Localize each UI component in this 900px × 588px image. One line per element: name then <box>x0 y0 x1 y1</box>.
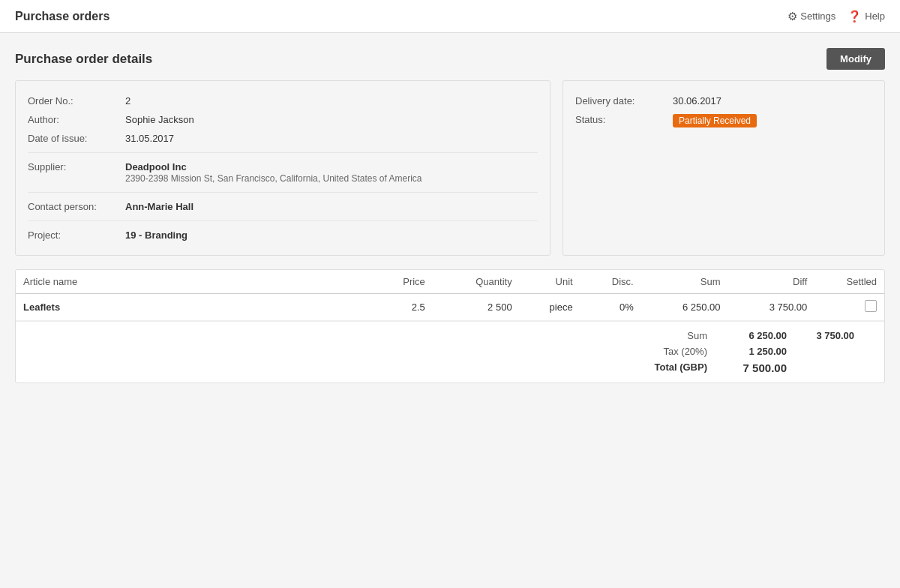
total-row: Total (GBP) 7 500.00 <box>16 359 884 376</box>
po-details-header: Purchase order details Modify <box>15 48 885 70</box>
author-row: Author: Sophie Jackson <box>28 110 538 129</box>
date-value: 31.05.2017 <box>125 133 174 144</box>
settings-button[interactable]: ⚙ Settings <box>788 10 836 23</box>
total-label: Total (GBP) <box>614 362 719 374</box>
article-unit: piece <box>520 294 580 321</box>
order-info-card: Order No.: 2 Author: Sophie Jackson Date… <box>15 80 550 256</box>
total-value: 7 500.00 <box>719 362 787 374</box>
top-header: Purchase orders ⚙ Settings ❓ Help <box>0 0 900 33</box>
date-label: Date of issue: <box>28 133 125 144</box>
col-disc: Disc. <box>580 270 641 294</box>
contact-value: Ann-Marie Hall <box>125 201 194 212</box>
settings-label: Settings <box>800 10 836 22</box>
main-content: Purchase order details Modify Order No.:… <box>0 33 900 588</box>
supplier-address: 2390-2398 Mission St, San Francisco, Cal… <box>125 173 422 184</box>
sum-diff: 3 750.00 <box>787 330 854 341</box>
col-diff: Diff <box>728 270 815 294</box>
date-row: Date of issue: 31.05.2017 <box>28 129 538 148</box>
sum-row: Sum 6 250.00 3 750.00 <box>16 328 884 344</box>
author-value: Sophie Jackson <box>125 114 194 125</box>
supplier-row: Supplier: Deadpool Inc 2390-2398 Mission… <box>28 158 538 188</box>
tax-spacer <box>854 346 877 357</box>
supplier-value: Deadpool Inc 2390-2398 Mission St, San F… <box>125 161 422 184</box>
header-actions: ⚙ Settings ❓ Help <box>788 10 885 23</box>
sum-value: 6 250.00 <box>719 330 787 341</box>
article-row: Leaflets 2.5 2 500 piece 0% 6 250.00 3 7… <box>16 294 884 321</box>
contact-label: Contact person: <box>28 201 125 212</box>
supplier-name: Deadpool Inc <box>125 161 422 172</box>
tax-value: 1 250.00 <box>719 346 787 357</box>
article-quantity: 2 500 <box>433 294 520 321</box>
settled-checkbox[interactable] <box>865 300 877 312</box>
articles-table: Article name Price Quantity Unit Disc. S… <box>16 270 884 321</box>
help-label: Help <box>865 10 885 22</box>
article-sum: 6 250.00 <box>641 294 728 321</box>
order-no-row: Order No.: 2 <box>28 92 538 110</box>
author-label: Author: <box>28 114 125 125</box>
status-row: Status: Partially Received <box>575 110 872 131</box>
po-section-title: Purchase order details <box>15 52 152 67</box>
delivery-info-card: Delivery date: 30.06.2017 Status: Partia… <box>562 80 885 256</box>
status-badge: Partially Received <box>673 114 757 128</box>
tax-label: Tax (20%) <box>614 346 719 357</box>
col-sum: Sum <box>641 270 728 294</box>
page-title: Purchase orders <box>15 10 110 23</box>
delivery-date-value: 30.06.2017 <box>673 95 722 106</box>
article-name: Leaflets <box>16 294 363 321</box>
sum-label: Sum <box>614 330 719 341</box>
articles-section: Article name Price Quantity Unit Disc. S… <box>15 269 885 383</box>
delivery-date-label: Delivery date: <box>575 95 673 106</box>
project-label: Project: <box>28 230 125 241</box>
modify-main-button[interactable]: Modify <box>826 48 885 70</box>
col-name: Article name <box>16 270 363 294</box>
article-diff: 3 750.00 <box>728 294 815 321</box>
help-icon: ❓ <box>848 10 862 23</box>
col-quantity: Quantity <box>433 270 520 294</box>
sum-spacer <box>854 330 877 341</box>
supplier-label: Supplier: <box>28 161 125 172</box>
col-settled: Settled <box>814 270 884 294</box>
order-no-value: 2 <box>125 95 130 106</box>
gear-icon: ⚙ <box>788 10 797 23</box>
details-grid: Order No.: 2 Author: Sophie Jackson Date… <box>15 80 885 256</box>
project-row: Project: 19 - Branding <box>28 226 538 244</box>
tax-diff <box>787 346 854 357</box>
article-price: 2.5 <box>363 294 433 321</box>
contact-row: Contact person: Ann-Marie Hall <box>28 197 538 216</box>
col-price: Price <box>363 270 433 294</box>
project-value: 19 - Branding <box>125 230 188 241</box>
total-diff <box>787 362 854 374</box>
article-settled[interactable] <box>814 294 884 321</box>
col-unit: Unit <box>520 270 580 294</box>
help-button[interactable]: ❓ Help <box>848 10 885 23</box>
order-no-label: Order No.: <box>28 95 125 106</box>
articles-summary: Sum 6 250.00 3 750.00 Tax (20%) 1 250.00… <box>16 321 884 382</box>
delivery-date-row: Delivery date: 30.06.2017 <box>575 92 872 110</box>
article-disc: 0% <box>580 294 641 321</box>
total-spacer <box>854 362 877 374</box>
tax-row: Tax (20%) 1 250.00 <box>16 344 884 359</box>
status-label: Status: <box>575 114 673 125</box>
